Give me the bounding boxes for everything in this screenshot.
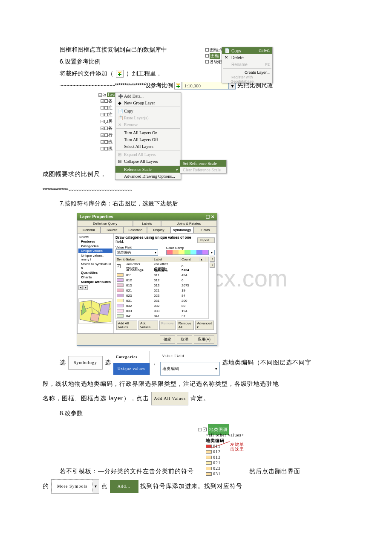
para-7: 选 Symbology 选 Categories Unique values ，… xyxy=(60,350,375,376)
chevron-right-icon: ▸ xyxy=(176,168,178,171)
remove-all-button[interactable]: Remove All xyxy=(177,321,194,330)
show-multiple-attributes[interactable]: Multiple Attributes xyxy=(78,280,112,284)
tab-display[interactable]: Display xyxy=(147,227,170,233)
checkbox[interactable] xyxy=(205,48,209,52)
ctx-collapse-all[interactable]: ⊟Collapse All Layers xyxy=(115,158,181,165)
tab-defquery[interactable]: Definition Query xyxy=(77,220,133,227)
add-data-icon[interactable] xyxy=(174,82,182,90)
toc-legend: −地类图斑 <all other values> 地类编码 0110120130… xyxy=(198,427,245,477)
ctx-delete[interactable]: ✕Delete xyxy=(222,54,272,61)
show-unique-values[interactable]: Unique values xyxy=(78,249,112,253)
table-row[interactable]: 011011494 xyxy=(116,272,208,278)
value-field-inline[interactable]: Value Field 地类编码▾ xyxy=(160,350,220,376)
symbology-show-list: Show: Features Categories Unique values … xyxy=(78,234,114,333)
tab-fields[interactable]: Fields xyxy=(193,227,217,233)
ctx-reference-scale[interactable]: Reference Scale▸ xyxy=(115,166,181,173)
more-symbols-button[interactable]: More Symbols▾ xyxy=(51,479,99,494)
symbol-swatch[interactable] xyxy=(206,461,212,465)
value-field-combo[interactable]: 地类编码▾ xyxy=(115,249,158,256)
annotation: 左键单击这里 xyxy=(230,442,245,451)
show-charts[interactable]: Charts xyxy=(78,275,112,280)
show-quantities[interactable]: Quantities xyxy=(78,270,112,275)
ok-button[interactable]: 确定 xyxy=(160,335,175,344)
legend-item[interactable]: 031 xyxy=(198,471,245,477)
tab-source[interactable]: Source xyxy=(101,227,124,233)
tab-general[interactable]: General xyxy=(77,227,101,233)
tab-selection[interactable]: Selection xyxy=(124,227,147,233)
ctx-select-all[interactable]: Select All Layers xyxy=(115,143,181,150)
para-11: 若不引模板：—分好类的文件左击分类前的符号 −地类图斑 <all other v… xyxy=(60,427,375,477)
table-row[interactable]: 0130132675 xyxy=(116,283,208,288)
expand-icon[interactable]: − xyxy=(98,93,102,97)
legend-item[interactable]: 023 xyxy=(198,465,245,471)
toc-copy-context: 图框点Personal G 图框 各级驻 📄CopyCtrl+C ✕Delete… xyxy=(205,47,273,65)
ctx-adv-drawing[interactable]: Advanced Drawing Options... xyxy=(115,173,181,179)
ctx-set-ref-scale[interactable]: Set Reference Scale xyxy=(180,160,226,167)
show-categories[interactable]: Categories xyxy=(78,244,112,249)
dialog-titlebar[interactable]: Layer Properties❏ ✕ xyxy=(77,213,217,220)
desc-text: Draw categories using unique values of o… xyxy=(115,235,196,244)
para-3: 将裁好的文件添加（ ）到工程里， xyxy=(60,68,375,78)
symbol-swatch[interactable] xyxy=(206,445,212,448)
add-button[interactable]: Add... xyxy=(110,480,138,493)
symbol-swatch[interactable] xyxy=(206,472,212,476)
move-down[interactable]: ↓ xyxy=(210,263,215,268)
table-row[interactable]: 03203280 xyxy=(116,303,208,308)
apply-button[interactable]: 应用(A) xyxy=(194,335,214,344)
next-arrow[interactable]: ▸ xyxy=(84,285,88,290)
legend-item[interactable]: 013 xyxy=(198,454,245,460)
add-values-button[interactable]: Add Values... xyxy=(138,321,158,330)
ctx-turn-all-on[interactable]: Turn All Layers On xyxy=(115,129,181,136)
prev-arrow[interactable]: ◂ xyxy=(78,285,83,290)
window-controls[interactable]: ❏ ✕ xyxy=(206,214,214,219)
para-12: 的 More Symbols▾ 点 Add... 找到符号库添加进来。找到对应符… xyxy=(43,479,375,494)
tab-joins[interactable]: Joins & Relates xyxy=(161,220,217,227)
ctx-expand-all: ⊞Expand All Layers xyxy=(115,151,181,158)
tab-labels[interactable]: Labels xyxy=(133,220,161,227)
ctx-copy[interactable]: 📄CopyCtrl+C xyxy=(222,47,272,54)
ref-scale-submenu: Set Reference Scale Clear Reference Scal… xyxy=(180,160,227,173)
table-row[interactable]: <Heading>地类编码5134 xyxy=(116,267,208,272)
copy-icon: 📄 xyxy=(118,109,124,113)
symbol-swatch[interactable] xyxy=(206,450,212,454)
symbol-swatch[interactable] xyxy=(206,456,212,459)
add-data-icon[interactable] xyxy=(116,70,124,78)
ctx-remove: ✕Remove xyxy=(115,121,181,128)
show-match-symbols[interactable]: Match to symbols in a xyxy=(78,262,112,270)
heading-7: 7.按照符号库分类：右击图层，选最下边然后 xyxy=(60,198,375,208)
tab-symbology-inline[interactable]: Symbology xyxy=(68,356,103,370)
ctx-turn-all-off[interactable]: Turn All Layers Off xyxy=(115,136,181,143)
add-all-values-button[interactable]: Add All Values xyxy=(116,321,137,330)
add-all-values-inline[interactable]: Add All Values xyxy=(151,392,188,405)
color-ramp-combo[interactable] xyxy=(166,250,209,255)
checkbox[interactable] xyxy=(205,54,209,58)
ctx-clear-ref-scale: Clear Reference Scale xyxy=(180,167,226,173)
cancel-button[interactable]: 取消 xyxy=(177,335,192,344)
legend-item[interactable]: 021 xyxy=(198,460,245,465)
delete-icon: ✕ xyxy=(225,55,230,60)
separator: ****************~~~~~~~~~~~~~~~~~~~~~~~~… xyxy=(43,185,375,196)
advanced-button[interactable]: Advanced ▾ xyxy=(195,321,214,330)
para-8: 段，线状地物选地类编码，行政界限选界限类型，注记选名称类型，各级驻地选驻地 xyxy=(43,378,375,389)
import-button[interactable]: Import... xyxy=(197,237,215,243)
table-row[interactable]: 033033194 xyxy=(116,308,208,313)
symbol-swatch[interactable] xyxy=(206,467,212,470)
categories-inline[interactable]: Categories Unique values xyxy=(113,351,150,375)
table-row[interactable]: <all other values><all other values>0 xyxy=(116,262,208,267)
checkbox[interactable] xyxy=(205,60,209,64)
ctx-new-group[interactable]: ◆New Group Layer xyxy=(115,99,181,106)
layer-properties-dialog: Layer Properties❏ ✕ Definition Query Lab… xyxy=(77,213,217,346)
table-row[interactable]: 04104137 xyxy=(116,313,208,318)
move-up[interactable]: ↑ xyxy=(210,257,215,262)
tab-symbology[interactable]: Symbology xyxy=(170,227,194,233)
show-unique-many[interactable]: Unique values, many f xyxy=(78,253,112,262)
table-row[interactable]: 02302384 xyxy=(116,293,208,298)
ctx-copy[interactable]: 📄Copy xyxy=(115,107,181,114)
ctx-add-data[interactable]: ➕Add Data... xyxy=(115,92,181,99)
table-row[interactable]: 0120126 xyxy=(116,278,208,283)
category-grid[interactable]: SymbolValueLabelCount▴ <all other values… xyxy=(115,257,209,319)
table-row[interactable]: 02102119 xyxy=(116,288,208,293)
ctx-register: Register with Geodatabase xyxy=(222,76,272,83)
show-features[interactable]: Features xyxy=(78,239,112,244)
table-row[interactable]: 031031200 xyxy=(116,298,208,303)
